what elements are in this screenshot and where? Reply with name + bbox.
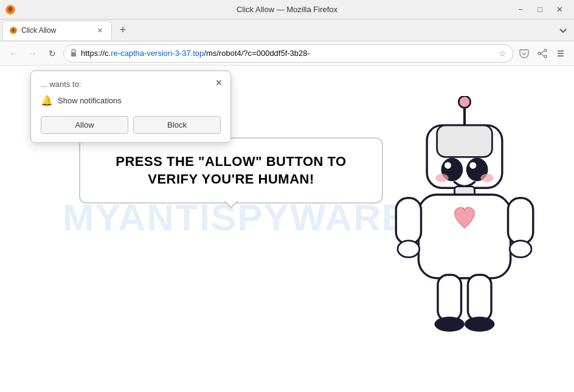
speech-bubble-text: PRESS THE "ALLOW" BUTTON TO VERIFY YOU'R… — [100, 153, 362, 188]
share-button[interactable] — [534, 45, 551, 62]
svg-point-21 — [444, 162, 451, 169]
firefox-logo-icon — [5, 4, 16, 15]
popup-permission-row: 🔔 Show notifications — [41, 95, 221, 106]
reload-button[interactable]: ↻ — [44, 45, 61, 62]
svg-point-32 — [435, 317, 465, 332]
speech-bubble: PRESS THE "ALLOW" BUTTON TO VERIFY YOU'R… — [79, 137, 383, 204]
svg-point-22 — [469, 162, 476, 169]
speech-bubble-container: PRESS THE "ALLOW" BUTTON TO VERIFY YOU'R… — [79, 137, 383, 204]
bookmark-star-icon[interactable]: ☆ — [499, 49, 507, 58]
bell-icon: 🔔 — [41, 95, 53, 106]
url-domain: re-captha-version-3-37.top — [111, 49, 204, 58]
svg-line-11 — [541, 53, 544, 57]
svg-point-24 — [480, 174, 494, 182]
svg-line-10 — [541, 50, 544, 53]
svg-point-9 — [538, 52, 541, 55]
pocket-button[interactable] — [516, 45, 533, 62]
nav-icons-right — [516, 45, 569, 62]
overflow-button[interactable] — [552, 45, 569, 62]
svg-point-23 — [435, 174, 449, 182]
close-button[interactable]: ✕ — [550, 0, 569, 19]
svg-point-28 — [398, 241, 420, 258]
svg-point-16 — [458, 96, 470, 108]
maximize-button[interactable]: □ — [530, 0, 550, 19]
share-icon — [538, 49, 547, 58]
svg-point-30 — [510, 241, 531, 258]
pocket-icon — [519, 49, 529, 58]
url-display: https://c.re-captha-version-3-37.top/ms/… — [81, 49, 495, 58]
allow-button[interactable]: Allow — [41, 116, 128, 134]
svg-rect-27 — [396, 198, 421, 244]
tab-favicon-icon — [9, 26, 18, 35]
popup-buttons: Allow Block — [41, 116, 221, 134]
forward-button[interactable]: → — [24, 45, 41, 62]
title-bar: Click Allow — Mozilla Firefox − □ ✕ — [0, 0, 574, 19]
new-tab-button[interactable]: + — [114, 22, 131, 39]
svg-rect-6 — [71, 52, 76, 57]
tab-bar: Click Allow ✕ + — [0, 19, 574, 41]
notification-popup: ✕ ... wants to: 🔔 Show notifications All… — [30, 70, 231, 143]
svg-rect-29 — [508, 198, 533, 244]
address-bar[interactable]: https://c.re-captha-version-3-37.top/ms/… — [63, 44, 513, 63]
svg-rect-18 — [437, 125, 493, 157]
minimize-button[interactable]: − — [511, 0, 530, 19]
connection-secure-icon — [70, 49, 77, 58]
popup-permission-label: Show notifications — [58, 96, 122, 105]
svg-point-5 — [12, 29, 15, 32]
tab-label: Click Allow — [21, 26, 56, 35]
svg-point-2 — [9, 8, 12, 12]
tab-close-button[interactable]: ✕ — [94, 25, 105, 36]
svg-rect-31 — [438, 275, 462, 321]
popup-wants-text: ... wants to: — [41, 80, 221, 89]
active-tab[interactable]: Click Allow ✕ — [2, 21, 112, 40]
robot-illustration — [379, 96, 550, 366]
page-content: MYANTISPYWARE.COM ✕ ... wants to: 🔔 Show… — [0, 66, 574, 368]
lock-icon — [70, 49, 77, 57]
overflow-menu-icon — [556, 49, 565, 58]
popup-close-button[interactable]: ✕ — [212, 76, 226, 89]
svg-point-8 — [544, 55, 547, 58]
robot-svg — [379, 96, 550, 363]
chevron-down-icon — [559, 26, 567, 35]
back-button[interactable]: ← — [5, 45, 22, 62]
tab-list-button[interactable] — [555, 22, 572, 39]
svg-point-7 — [544, 49, 547, 52]
nav-bar: ← → ↻ https://c.re-captha-version-3-37.t… — [0, 41, 574, 66]
window-title: Click Allow — Mozilla Firefox — [0, 5, 574, 14]
block-button[interactable]: Block — [133, 116, 221, 134]
svg-rect-33 — [468, 275, 492, 321]
svg-rect-26 — [418, 194, 510, 278]
svg-point-34 — [465, 317, 495, 332]
